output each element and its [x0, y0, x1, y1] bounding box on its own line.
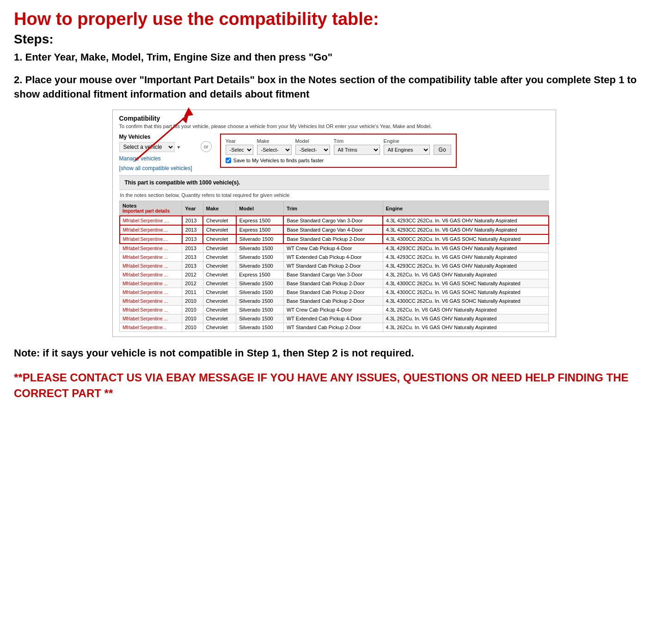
data-cell: Chevrolet — [203, 279, 236, 288]
table-row: Mfrlabel:Serpentine ...2010ChevroletSilv… — [120, 314, 549, 323]
data-cell: Base Standard Cab Pickup 2-Door — [283, 234, 383, 244]
data-cell: WT Standard Cab Pickup 2-Door — [283, 323, 383, 332]
data-cell: Silverado 1500 — [236, 253, 284, 262]
important-part-details-label: Important part details — [123, 209, 179, 214]
data-cell: WT Crew Cab Pickup 4-Door — [283, 306, 383, 314]
data-cell: Silverado 1500 — [236, 244, 284, 253]
compatibility-table: Notes Important part details Year Make M… — [119, 201, 549, 332]
table-row: Mfrlabel:Serpentine ...2010ChevroletSilv… — [120, 306, 549, 314]
save-checkbox[interactable] — [226, 158, 231, 163]
data-cell: 4.3L 4300CC 262Cu. In. V6 GAS SOHC Natur… — [383, 288, 549, 297]
notes-cell: Mfrlabel:Serpentine ... — [120, 297, 182, 306]
trim-label: Trim — [334, 138, 380, 144]
svg-marker-2 — [184, 107, 193, 117]
steps-heading: Steps: — [14, 32, 654, 47]
data-cell: Chevrolet — [203, 244, 236, 253]
data-cell: Silverado 1500 — [236, 314, 284, 323]
model-label: Model — [295, 138, 330, 144]
data-cell: Base Standard Cab Pickup 2-Door — [283, 288, 383, 297]
year-select[interactable]: -Select- — [226, 145, 253, 155]
data-cell: Chevrolet — [203, 253, 236, 262]
notes-cell: Mfrlabel:Serpentine ... — [120, 270, 182, 279]
notes-cell: Mfrlabel:Serpentine .... — [120, 216, 182, 225]
data-cell: WT Extended Cab Pickup 4-Door — [283, 314, 383, 323]
arrow-icon — [122, 105, 214, 165]
data-cell: 2011 — [182, 288, 203, 297]
col-header-model: Model — [236, 201, 284, 216]
data-cell: Express 1500 — [236, 225, 284, 234]
data-cell: 2013 — [182, 225, 203, 234]
table-row: Mfrlabel:Serpentine....2013ChevroletSilv… — [120, 234, 549, 244]
data-cell: 4.3L 262Cu. In. V6 GAS OHV Naturally Asp… — [383, 323, 549, 332]
data-cell: Base Standard Cab Pickup 2-Door — [283, 279, 383, 288]
engine-label: Engine — [384, 138, 430, 144]
data-cell: 2012 — [182, 270, 203, 279]
data-cell: 4.3L 262Cu. In. V6 GAS OHV Naturally Asp… — [383, 314, 549, 323]
data-cell: Silverado 1500 — [236, 323, 284, 332]
table-row: Mfrlabel:Serpentine ...2011ChevroletSilv… — [120, 288, 549, 297]
data-cell: 4.3L 4300CC 262Cu. In. V6 GAS SOHC Natur… — [383, 297, 549, 306]
data-cell: Chevrolet — [203, 225, 236, 234]
step1-text: 1. Enter Year, Make, Model, Trim, Engine… — [14, 50, 654, 65]
go-button[interactable]: Go — [434, 145, 451, 155]
table-row: Mfrlabel:Serpentine ...2013ChevroletSilv… — [120, 253, 549, 262]
data-cell: Chevrolet — [203, 297, 236, 306]
data-cell: 4.3L 4293CC 262Cu. In. V6 GAS OHV Natura… — [383, 244, 549, 253]
notes-cell: Mfrlabel:Serpentine ... — [120, 306, 182, 314]
data-cell: Silverado 1500 — [236, 306, 284, 314]
year-field: Year -Select- — [226, 138, 253, 155]
save-label: Save to My Vehicles to finds parts faste… — [233, 158, 324, 163]
data-cell: 2013 — [182, 216, 203, 225]
table-row: Mfrlabel:Serpentine...2010ChevroletSilve… — [120, 323, 549, 332]
show-all-link[interactable]: [show all compatible vehicles] — [119, 165, 192, 172]
data-cell: WT Crew Cab Pickup 4-Door — [283, 244, 383, 253]
data-cell: 4.3L 4300CC 262Cu. In. V6 GAS SOHC Natur… — [383, 234, 549, 244]
data-cell: Chevrolet — [203, 262, 236, 270]
model-field: Model -Select- — [295, 138, 330, 155]
data-cell: 2013 — [182, 244, 203, 253]
engine-select[interactable]: All Engines — [384, 145, 430, 155]
step2-text: 2. Place your mouse over "Important Part… — [14, 73, 654, 102]
data-cell: 2013 — [182, 234, 203, 244]
notes-cell: Mfrlabel:Serpentine ... — [120, 314, 182, 323]
svg-line-0 — [135, 114, 189, 160]
table-row: Mfrlabel:Serpentine ...2010ChevroletSilv… — [120, 297, 549, 306]
trim-field: Trim All Trims — [334, 138, 380, 155]
table-row: Mfrlabel:Serpentine ...2013ChevroletSilv… — [120, 244, 549, 253]
data-cell: 2010 — [182, 314, 203, 323]
data-cell: Silverado 1500 — [236, 234, 284, 244]
data-cell: Express 1500 — [236, 270, 284, 279]
model-select[interactable]: -Select- — [295, 145, 330, 155]
data-cell: 4.3L 4293CC 262Cu. In. V6 GAS OHV Natura… — [383, 225, 549, 234]
ymm-section: Year -Select- Make -Select- Mo — [220, 134, 457, 168]
notes-cell: Mfrlabel:Serpentine ... — [120, 262, 182, 270]
col-header-year: Year — [182, 201, 203, 216]
notes-cell: Mfrlabel:Serpentine ... — [120, 288, 182, 297]
data-cell: Chevrolet — [203, 314, 236, 323]
data-cell: Base Standard Cab Pickup 2-Door — [283, 297, 383, 306]
notes-cell: Mfrlabel:Serpentine ... — [120, 253, 182, 262]
data-cell: Chevrolet — [203, 216, 236, 225]
contact-text: **PLEASE CONTACT US VIA EBAY MESSAGE IF … — [14, 370, 654, 401]
data-cell: Silverado 1500 — [236, 297, 284, 306]
notes-cell: Mfrlabel:Serpentine.... — [120, 225, 182, 234]
data-cell: Chevrolet — [203, 306, 236, 314]
col-header-engine: Engine — [383, 201, 549, 216]
data-cell: Chevrolet — [203, 323, 236, 332]
data-cell: 2013 — [182, 253, 203, 262]
year-label: Year — [226, 138, 253, 144]
data-cell: Silverado 1500 — [236, 279, 284, 288]
data-cell: Chevrolet — [203, 288, 236, 297]
notes-cell: Mfrlabel:Serpentine... — [120, 323, 182, 332]
data-cell: 4.3L 262Cu. In. V6 GAS OHV Naturally Asp… — [383, 270, 549, 279]
make-select[interactable]: -Select- — [257, 145, 292, 155]
notes-cell: Mfrlabel:Serpentine.... — [120, 234, 182, 244]
table-row: Mfrlabel:Serpentine ....2013ChevroletExp… — [120, 216, 549, 225]
data-cell: 2013 — [182, 262, 203, 270]
compatible-count-bar: This part is compatible with 1000 vehicl… — [119, 175, 549, 190]
data-cell: WT Extended Cab Pickup 4-Door — [283, 253, 383, 262]
trim-select[interactable]: All Trims — [334, 145, 380, 155]
table-row: Mfrlabel:Serpentine ...2012ChevroletExpr… — [120, 270, 549, 279]
col-header-make: Make — [203, 201, 236, 216]
data-cell: 2010 — [182, 297, 203, 306]
